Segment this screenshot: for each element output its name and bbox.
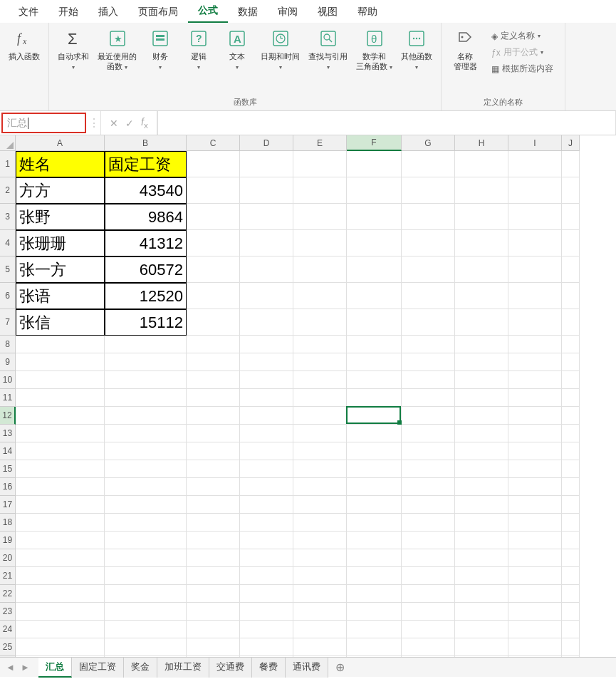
cell[interactable]	[562, 514, 580, 532]
cell[interactable]	[16, 460, 105, 478]
cell[interactable]: 张一方	[16, 256, 105, 283]
cell[interactable]	[455, 549, 508, 567]
cell[interactable]	[240, 309, 293, 336]
row-header[interactable]: 12	[0, 407, 16, 425]
cell[interactable]	[347, 230, 402, 256]
row-header[interactable]: 9	[0, 353, 16, 371]
row-header[interactable]: 15	[0, 460, 16, 478]
cell[interactable]	[16, 638, 105, 656]
cell[interactable]	[105, 532, 187, 549]
cell[interactable]	[347, 567, 402, 585]
cell[interactable]	[402, 514, 455, 532]
cell[interactable]: 方方	[16, 177, 105, 204]
cell[interactable]	[187, 585, 240, 603]
cell[interactable]	[16, 336, 105, 353]
column-header[interactable]: I	[508, 135, 562, 151]
cell[interactable]	[240, 177, 293, 204]
cell[interactable]	[16, 425, 105, 442]
cell[interactable]	[508, 656, 562, 657]
cell[interactable]	[240, 460, 293, 478]
cell[interactable]	[293, 353, 347, 371]
row-header[interactable]: 4	[0, 230, 16, 256]
cell[interactable]	[562, 151, 580, 177]
cell[interactable]	[240, 567, 293, 585]
row-header[interactable]: 2	[0, 177, 16, 204]
cell[interactable]	[347, 549, 402, 567]
cell[interactable]	[562, 478, 580, 496]
cell[interactable]	[16, 389, 105, 407]
menu-tab-插入[interactable]: 插入	[88, 1, 128, 23]
row-header[interactable]: 5	[0, 256, 16, 283]
cell[interactable]	[562, 656, 580, 657]
cell[interactable]	[187, 514, 240, 532]
cell[interactable]	[402, 204, 455, 230]
cell[interactable]	[187, 638, 240, 656]
cell[interactable]	[105, 442, 187, 460]
sheet-tab[interactable]: 通讯费	[286, 658, 328, 678]
cell[interactable]	[187, 532, 240, 549]
sheet-tab[interactable]: 餐费	[252, 658, 286, 678]
cell[interactable]	[187, 460, 240, 478]
cell[interactable]	[402, 621, 455, 638]
row-header[interactable]: 17	[0, 496, 16, 514]
cell[interactable]	[240, 151, 293, 177]
menu-tab-页面布局[interactable]: 页面布局	[128, 1, 188, 23]
cell[interactable]	[105, 567, 187, 585]
cell[interactable]	[16, 514, 105, 532]
cell[interactable]	[293, 283, 347, 309]
cell[interactable]	[562, 283, 580, 309]
cell[interactable]	[347, 309, 402, 336]
cell[interactable]	[187, 656, 240, 657]
cell[interactable]	[105, 460, 187, 478]
row-header[interactable]: 11	[0, 389, 16, 407]
name-manager-button[interactable]: 名称 管理器	[446, 26, 484, 73]
select-all-corner[interactable]	[0, 135, 16, 151]
cell[interactable]	[455, 230, 508, 256]
cell[interactable]: 张珊珊	[16, 230, 105, 256]
cell[interactable]	[508, 177, 562, 204]
cell[interactable]	[508, 407, 562, 425]
cell[interactable]: 张信	[16, 309, 105, 336]
cell[interactable]: 张语	[16, 283, 105, 309]
cell[interactable]	[240, 407, 293, 425]
cell[interactable]	[187, 151, 240, 177]
cell[interactable]	[187, 478, 240, 496]
cell[interactable]	[293, 371, 347, 389]
cell[interactable]	[508, 621, 562, 638]
datetime-button[interactable]: 日期和时间▾	[256, 26, 304, 73]
cell[interactable]	[455, 283, 508, 309]
cell[interactable]	[240, 389, 293, 407]
cell[interactable]	[402, 442, 455, 460]
cell[interactable]	[105, 353, 187, 371]
cell[interactable]	[455, 621, 508, 638]
cell[interactable]: 15112	[105, 309, 187, 336]
cell[interactable]	[455, 204, 508, 230]
row-header[interactable]: 8	[0, 336, 16, 353]
cell[interactable]	[16, 353, 105, 371]
cell[interactable]: 41312	[105, 230, 187, 256]
cell[interactable]	[402, 638, 455, 656]
cell[interactable]	[240, 496, 293, 514]
cell[interactable]	[16, 532, 105, 549]
cell[interactable]	[402, 532, 455, 549]
cell[interactable]	[293, 549, 347, 567]
cell[interactable]	[508, 442, 562, 460]
name-box-dropdown[interactable]: ⋮	[88, 111, 100, 135]
cell[interactable]	[187, 442, 240, 460]
cell[interactable]	[240, 603, 293, 621]
cell[interactable]	[402, 549, 455, 567]
cell[interactable]	[562, 389, 580, 407]
lookup-button[interactable]: 查找与引用▾	[304, 26, 352, 73]
row-header[interactable]: 14	[0, 442, 16, 460]
cell[interactable]	[293, 442, 347, 460]
cell[interactable]	[16, 407, 105, 425]
fx-icon[interactable]: fx	[141, 116, 148, 130]
cell[interactable]	[455, 496, 508, 514]
cell[interactable]	[508, 389, 562, 407]
cell[interactable]	[455, 442, 508, 460]
cell[interactable]	[187, 621, 240, 638]
cell[interactable]	[455, 407, 508, 425]
cell[interactable]	[508, 514, 562, 532]
column-header[interactable]: E	[293, 135, 347, 151]
column-header[interactable]: C	[187, 135, 240, 151]
